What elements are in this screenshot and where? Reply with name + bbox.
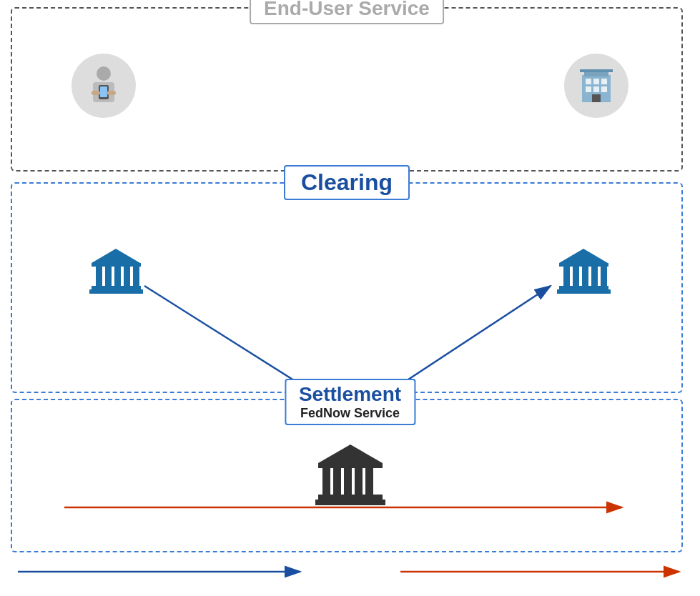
svg-marker-41 bbox=[318, 444, 383, 463]
svg-rect-38 bbox=[344, 468, 352, 495]
svg-rect-5 bbox=[107, 91, 116, 95]
fednow-bank-icon bbox=[311, 437, 390, 519]
svg-rect-20 bbox=[114, 267, 121, 286]
svg-rect-34 bbox=[318, 463, 383, 468]
svg-point-0 bbox=[97, 66, 111, 81]
svg-rect-36 bbox=[322, 468, 330, 495]
svg-rect-11 bbox=[586, 86, 591, 92]
receiver-bank-icon bbox=[553, 243, 614, 307]
svg-rect-42 bbox=[315, 500, 385, 505]
svg-rect-18 bbox=[96, 267, 102, 286]
clearing-label: Clearing bbox=[284, 165, 410, 200]
svg-rect-19 bbox=[105, 267, 112, 286]
svg-rect-24 bbox=[89, 289, 143, 294]
settlement-title: Settlement bbox=[299, 383, 401, 406]
svg-rect-8 bbox=[586, 79, 591, 84]
building-icon bbox=[564, 54, 628, 118]
settlement-label-container: Settlement FedNow Service bbox=[285, 379, 415, 425]
sender-bank-icon bbox=[86, 243, 147, 307]
svg-rect-29 bbox=[582, 267, 588, 286]
svg-rect-12 bbox=[593, 86, 599, 92]
end-user-service-label: End-User Service bbox=[250, 0, 444, 24]
svg-rect-14 bbox=[592, 94, 601, 102]
svg-rect-21 bbox=[124, 267, 130, 286]
svg-rect-35 bbox=[318, 495, 383, 500]
svg-rect-27 bbox=[563, 267, 570, 286]
svg-rect-39 bbox=[355, 468, 363, 495]
svg-rect-16 bbox=[92, 263, 141, 267]
svg-rect-26 bbox=[559, 286, 608, 289]
svg-marker-23 bbox=[92, 249, 140, 263]
svg-rect-28 bbox=[573, 267, 579, 286]
svg-rect-15 bbox=[580, 69, 613, 72]
svg-rect-25 bbox=[559, 263, 608, 267]
svg-rect-10 bbox=[601, 79, 607, 84]
svg-rect-37 bbox=[333, 468, 341, 495]
svg-rect-13 bbox=[601, 86, 607, 92]
svg-marker-32 bbox=[559, 249, 608, 263]
svg-rect-30 bbox=[591, 267, 598, 286]
svg-rect-33 bbox=[557, 289, 611, 294]
person-icon bbox=[72, 54, 136, 118]
svg-rect-4 bbox=[92, 91, 100, 95]
fednow-label: FedNow Service bbox=[299, 406, 401, 421]
svg-rect-17 bbox=[92, 286, 141, 289]
svg-rect-40 bbox=[365, 468, 373, 495]
svg-rect-31 bbox=[601, 267, 607, 286]
diagram-container: End-User Service Clearing Settlement Fed… bbox=[0, 0, 700, 596]
svg-rect-9 bbox=[593, 79, 599, 84]
svg-rect-3 bbox=[100, 86, 107, 97]
svg-rect-22 bbox=[133, 267, 139, 286]
